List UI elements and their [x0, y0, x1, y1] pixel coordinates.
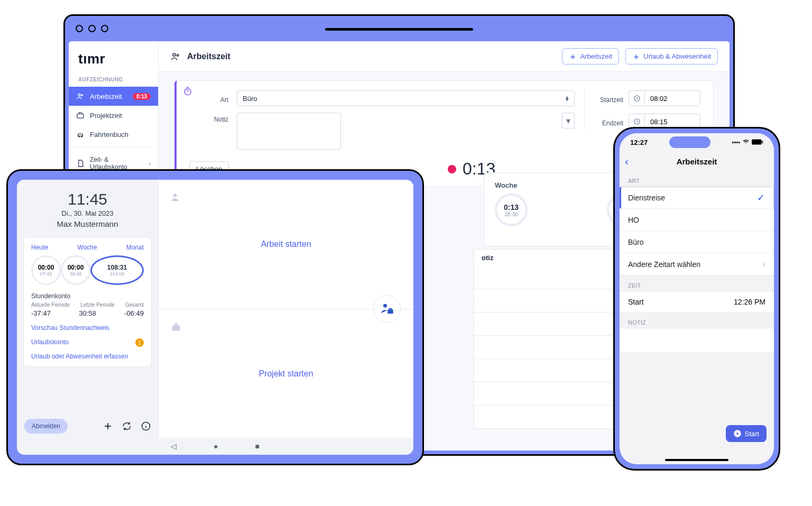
link-urlaubskonto[interactable]: Urlaubskonto1 — [31, 338, 144, 346]
check-icon: ✓ — [757, 192, 765, 204]
tab-monat[interactable]: Monat — [126, 244, 144, 251]
col-gesamt: Gesamt — [125, 302, 144, 308]
plus-icon: ＋ — [569, 52, 577, 60]
info-icon[interactable] — [141, 421, 151, 431]
battery-icon — [752, 139, 763, 146]
cell-dots-icon: •••• — [732, 139, 740, 145]
svg-point-0 — [78, 94, 80, 96]
home-icon[interactable]: ● — [214, 442, 218, 450]
timer-badge: 0:13 — [133, 93, 151, 100]
plus-icon: ＋ — [632, 52, 640, 60]
app-logo: tımr — [69, 41, 158, 73]
tablet-clock: 11:45 — [68, 190, 107, 208]
wifi-icon — [742, 139, 750, 146]
start-time-row[interactable]: Start 12:26 PM — [620, 291, 774, 313]
section-art-label: ART — [620, 171, 774, 186]
field-label-endzeit: Endzeit — [594, 116, 623, 127]
home-indicator — [665, 459, 728, 461]
svg-point-11 — [173, 194, 177, 197]
sidebar-divider — [69, 147, 158, 148]
panel-label: Arbeit starten — [261, 240, 311, 249]
briefcase-plus-icon — [170, 321, 182, 333]
window-dot[interactable] — [76, 25, 83, 32]
signoff-button[interactable]: Abmelden — [24, 419, 68, 434]
sidebar-item-fahrtenbuch[interactable]: Fahrtenbuch — [69, 125, 158, 144]
field-label-notiz: Notiz — [197, 113, 228, 123]
tablet-main: Arbeit starten Projekt starten — [159, 180, 413, 438]
svg-point-5 — [173, 53, 176, 56]
field-label-art: Art — [197, 93, 228, 104]
tablet-frame: 11:45 ▾▮ 11:45 Di., 30. Mai 2023 Max Mus… — [6, 169, 424, 465]
users-icon — [76, 92, 85, 100]
val-aktuelle-periode: -37:47 — [31, 309, 51, 317]
svg-rect-12 — [172, 325, 180, 330]
sidebar-section-label: AUFZEICHNUNG — [69, 73, 158, 87]
sidebar-label: Fahrtenbuch — [90, 131, 128, 139]
tab-woche[interactable]: Woche — [77, 244, 97, 251]
val-gesamt: -06:49 — [124, 309, 144, 317]
notiz-input[interactable] — [620, 328, 774, 353]
stopwatch-icon — [183, 86, 192, 96]
col-aktuelle-periode: Aktuelle Periode — [31, 302, 70, 308]
users-icon — [170, 51, 181, 62]
svg-rect-2 — [77, 114, 84, 118]
art-select[interactable]: Büro ▴▾ — [237, 90, 575, 106]
notiz-textarea[interactable] — [237, 113, 341, 150]
svg-point-1 — [81, 95, 83, 96]
add-arbeitszeit-button[interactable]: ＋Arbeitszeit — [562, 48, 619, 65]
art-option-buero[interactable]: Büro — [620, 231, 774, 253]
tablet-bottom-bar: Abmelden — [24, 419, 151, 434]
plus-icon[interactable] — [103, 421, 113, 431]
section-zeit-label: ZEIT — [620, 276, 774, 291]
clock-icon — [629, 91, 645, 106]
chevron-right-icon: › — [149, 160, 151, 168]
val-letzte-periode: 30:58 — [79, 309, 96, 317]
recent-icon[interactable]: ■ — [255, 442, 260, 450]
tablet-summary-card: Heute Woche Monat 00:0007:42 00:0030:48 … — [23, 237, 152, 367]
add-urlaub-abwesenheit-button[interactable]: ＋Urlaub & Abwesenheit — [625, 48, 718, 65]
notiz-dropdown-toggle[interactable]: ▾ — [562, 113, 575, 128]
svg-rect-14 — [387, 309, 393, 314]
tablet-sidebar: 11:45 Di., 30. Mai 2023 Max Mustermann H… — [17, 180, 159, 438]
window-dot[interactable] — [88, 25, 96, 32]
sidebar-label: Projektzeit — [90, 112, 122, 119]
svg-rect-16 — [762, 140, 763, 143]
startzeit-value: 08:02 — [645, 91, 700, 106]
art-list: Dienstreise✓ HO Büro Andere Zeitart wähl… — [620, 186, 774, 276]
startzeit-input[interactable]: 08:02 — [629, 90, 700, 106]
art-option-ho[interactable]: HO — [620, 209, 774, 231]
start-label: Start — [628, 298, 644, 306]
sidebar-item-projektzeit[interactable]: Projektzeit — [69, 106, 158, 125]
sidebar-item-arbeitszeit[interactable]: Arbeitszeit 0:13 — [69, 87, 158, 106]
panel-projekt-starten[interactable]: Projekt starten — [159, 309, 413, 438]
back-icon[interactable]: ◁ — [171, 442, 177, 450]
window-dot[interactable] — [101, 25, 108, 32]
link-stundennachweis[interactable]: Vorschau Stundennachweis — [31, 324, 144, 332]
art-option-andere[interactable]: Andere Zeitart wählen› — [620, 253, 774, 275]
person-briefcase-fab[interactable] — [373, 295, 401, 323]
svg-rect-15 — [752, 139, 762, 144]
link-urlaub-erfassen[interactable]: Urlaub oder Abwesenheit erfassen — [31, 353, 144, 360]
status-time: 12:27 — [630, 139, 648, 146]
panel-label: Projekt starten — [259, 369, 313, 379]
desktop-header: Arbeitszeit ＋Arbeitszeit ＋Urlaub & Abwes… — [159, 41, 730, 72]
tab-heute[interactable]: Heute — [31, 244, 48, 251]
svg-point-13 — [383, 304, 387, 308]
ring-woche: 00:0030:48 — [61, 255, 90, 285]
badge-count: 1 — [135, 338, 144, 347]
car-icon — [76, 130, 85, 139]
sidebar-label: Zeit- & Urlaubskonto — [90, 156, 143, 171]
phone-statusbar: 12:27 •••• — [620, 133, 774, 151]
ring-heute: 00:0007:42 — [31, 255, 61, 285]
person-briefcase-icon — [380, 301, 394, 316]
panel-arbeit-starten[interactable]: Arbeit starten — [159, 180, 413, 309]
tablet-user-name: Max Mustermann — [57, 219, 118, 228]
sync-icon[interactable] — [122, 421, 132, 431]
back-button[interactable]: ‹ — [625, 155, 629, 168]
chevron-right-icon: › — [763, 260, 765, 269]
art-value: Büro — [243, 95, 257, 103]
file-icon — [76, 159, 85, 168]
start-button[interactable]: Start — [726, 425, 767, 442]
phone-navbar: ‹ Arbeitszeit — [620, 151, 774, 171]
art-option-dienstreise[interactable]: Dienstreise✓ — [620, 187, 774, 209]
